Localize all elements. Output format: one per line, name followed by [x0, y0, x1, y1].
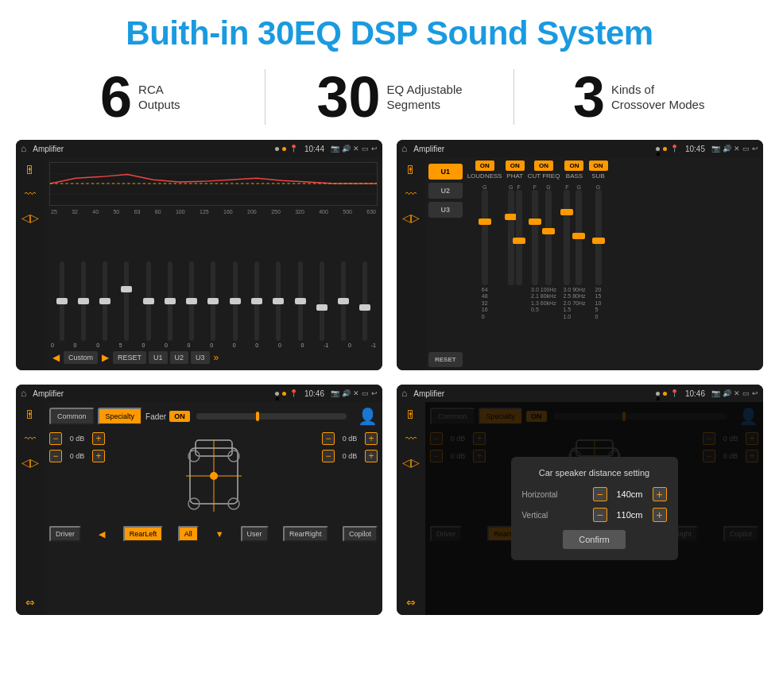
eq-slider-4[interactable]	[138, 261, 159, 341]
screen-eq: ⌂ Amplifier 📍 10:44 📷 🔊 ✕ ▭ ↩ 🎚 〰 ◁▷	[16, 140, 382, 370]
eq-slider-7[interactable]	[203, 261, 224, 341]
loudness-g-slider[interactable]	[482, 190, 488, 285]
horizontal-plus-btn[interactable]: +	[653, 487, 667, 501]
eq-slider-6[interactable]	[181, 261, 203, 341]
wave-icon-2[interactable]: 〰	[405, 188, 417, 200]
sub-g-slider[interactable]	[595, 190, 602, 285]
u2-channel-btn[interactable]: U2	[428, 183, 463, 199]
bass-on-btn[interactable]: ON	[564, 160, 583, 171]
cutfreq-on-btn[interactable]: ON	[534, 160, 553, 171]
horizontal-minus-btn[interactable]: −	[593, 487, 607, 501]
camera-icon-3: 📷	[331, 389, 339, 397]
home-icon-3[interactable]: ⌂	[21, 388, 26, 399]
eq-slider-13[interactable]	[332, 261, 354, 341]
fader-on-btn-3[interactable]: ON	[169, 411, 190, 422]
speaker-icon-2[interactable]: ◁▷	[402, 211, 420, 224]
eq-sliders[interactable]	[49, 218, 378, 341]
eq-slider-14[interactable]	[355, 261, 376, 341]
eq-icon-3[interactable]: 🎚	[25, 408, 36, 421]
common-tab-3[interactable]: Common	[49, 408, 95, 425]
db-plus-fl[interactable]: +	[92, 432, 105, 445]
wave-icon-3[interactable]: 〰	[25, 432, 36, 445]
eq-slider-5[interactable]	[159, 261, 180, 341]
eq-slider-1[interactable]	[72, 261, 94, 341]
horizontal-value: 140cm	[612, 489, 648, 499]
fader-bottom-row-3: Driver ◀ RearLeft All ▼ User RearRight C…	[49, 526, 378, 542]
status-time-4: 10:46	[685, 389, 705, 398]
eq-slider-8[interactable]	[224, 261, 246, 341]
dialog-horizontal-row: Horizontal − 140cm +	[522, 487, 667, 501]
confirm-button[interactable]: Confirm	[563, 530, 626, 549]
loudness-on-btn[interactable]: ON	[475, 160, 494, 171]
rearright-btn-3[interactable]: RearRight	[283, 526, 328, 542]
status-dot-sq-3: ▪	[275, 392, 279, 396]
freq-400: 400	[319, 209, 328, 215]
eq-u1-btn[interactable]: U1	[149, 351, 168, 364]
home-icon-4[interactable]: ⌂	[401, 388, 407, 399]
db-plus-rl[interactable]: +	[92, 450, 105, 462]
db-minus-rl[interactable]: −	[49, 450, 62, 462]
eq-custom-btn[interactable]: Custom	[64, 351, 98, 364]
eq-slider-3[interactable]	[116, 261, 138, 341]
sub-on-btn[interactable]: ON	[589, 160, 608, 171]
home-icon-1[interactable]: ⌂	[21, 143, 26, 154]
status-time-1: 10:44	[304, 145, 324, 153]
camera-icon-2: 📷	[711, 145, 720, 153]
eq-reset-btn[interactable]: RESET	[113, 351, 146, 364]
all-btn-3[interactable]: All	[178, 526, 199, 542]
arrows-icon-3[interactable]: ⇔	[25, 596, 35, 609]
db-minus-fr[interactable]: −	[322, 432, 335, 445]
u3-channel-btn[interactable]: U3	[428, 202, 463, 218]
arrows-icon-4[interactable]: ⇔	[406, 596, 416, 609]
specialty-tab-3[interactable]: Specialty	[98, 408, 143, 425]
phat-f-slider[interactable]	[516, 190, 522, 285]
cutfreq-g-slider[interactable]	[545, 190, 552, 285]
speaker-icon-4[interactable]: ◁▷	[402, 456, 420, 469]
user-btn-3[interactable]: User	[241, 526, 269, 542]
vertical-value-row: − 110cm +	[593, 508, 667, 522]
bass-f-slider[interactable]	[564, 190, 570, 285]
eq-slider-11[interactable]	[289, 261, 311, 341]
vertical-plus-btn[interactable]: +	[653, 508, 667, 522]
eq-icon-1[interactable]: 🎚	[25, 164, 36, 176]
eq-icon-4[interactable]: 🎚	[405, 408, 417, 421]
eq-slider-10[interactable]	[268, 261, 289, 341]
fader-content-3: − 0 dB + − 0 dB +	[49, 432, 378, 520]
volume-icon-2: 🔊	[723, 145, 731, 153]
eq-expand-btn[interactable]: »	[212, 352, 221, 363]
rearleft-btn-3[interactable]: RearLeft	[123, 526, 164, 542]
speaker-icon-3[interactable]: ◁▷	[21, 456, 39, 469]
home-icon-2[interactable]: ⌂	[401, 143, 407, 154]
crossover-reset-btn[interactable]: RESET	[428, 352, 463, 367]
down-arrow-3[interactable]: ▼	[213, 528, 226, 540]
driver-btn-3[interactable]: Driver	[49, 526, 81, 542]
eq-u2-btn[interactable]: U2	[170, 351, 189, 364]
wave-icon-1[interactable]: 〰	[25, 188, 36, 200]
vertical-minus-btn[interactable]: −	[593, 508, 607, 522]
eq-slider-2[interactable]	[95, 261, 116, 341]
eq-icon-2[interactable]: 🎚	[405, 164, 417, 176]
status-dot-orange-4	[663, 392, 667, 396]
db-minus-rr[interactable]: −	[322, 450, 335, 462]
eq-slider-9[interactable]	[246, 261, 267, 341]
wave-icon-4[interactable]: 〰	[405, 432, 417, 445]
bass-g-slider[interactable]	[576, 190, 582, 285]
eq-u3-btn[interactable]: U3	[191, 351, 210, 364]
person-icon-3: 👤	[358, 407, 378, 426]
fader-slider-track-3[interactable]	[196, 413, 347, 420]
eq-slider-12[interactable]	[311, 261, 332, 341]
back-icon-1: ↩	[371, 145, 378, 153]
speaker-icon-1[interactable]: ◁▷	[21, 211, 39, 224]
db-minus-fl[interactable]: −	[49, 432, 62, 445]
eq-prev-btn[interactable]: ◀	[51, 352, 61, 363]
cutfreq-f-slider[interactable]	[532, 190, 538, 285]
db-plus-fr[interactable]: +	[365, 432, 378, 445]
phat-on-btn[interactable]: ON	[506, 160, 525, 171]
u1-channel-btn[interactable]: U1	[428, 164, 463, 180]
db-plus-rr[interactable]: +	[365, 450, 378, 462]
eq-next-btn[interactable]: ▶	[100, 352, 110, 363]
rect-icon-1: ▭	[362, 145, 369, 153]
eq-slider-0[interactable]	[51, 261, 72, 341]
copilot-btn-3[interactable]: Copilot	[343, 526, 378, 542]
left-arrow-3[interactable]: ◀	[95, 528, 108, 540]
